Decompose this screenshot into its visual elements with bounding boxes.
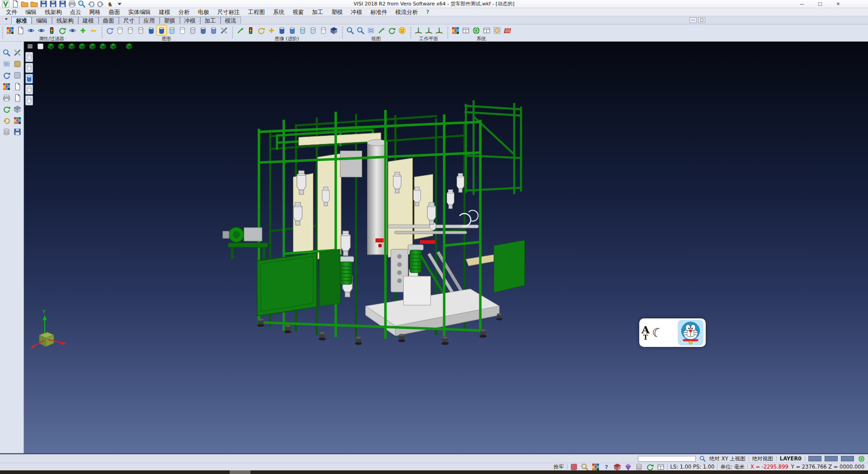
preview-icon[interactable] xyxy=(77,0,86,8)
add-render-icon[interactable] xyxy=(235,25,245,35)
layer-color-swatch-3[interactable] xyxy=(841,456,854,461)
filter-traffic-light-icon[interactable] xyxy=(47,25,57,35)
add-filter-icon[interactable] xyxy=(78,25,88,35)
graphics-layer-1-button[interactable] xyxy=(25,52,33,62)
menu-item-7[interactable]: 建模 xyxy=(155,8,175,16)
menu-item-18[interactable]: 模流分析 xyxy=(392,8,422,16)
search-icon[interactable] xyxy=(699,455,706,462)
color-edit-icon[interactable] xyxy=(592,464,599,470)
new-file-icon[interactable] xyxy=(10,0,19,8)
menu-item-13[interactable]: 视窗 xyxy=(288,8,308,16)
tab-dropdown-caret[interactable] xyxy=(1,14,11,24)
refresh-render-icon[interactable] xyxy=(256,25,266,35)
update-shading-icon[interactable] xyxy=(198,25,208,35)
curve-tool-icon[interactable] xyxy=(1,71,11,80)
tab-9[interactable]: 加工 xyxy=(200,17,221,24)
view-front-icon[interactable] xyxy=(57,43,66,50)
gem-snap-icon[interactable] xyxy=(624,464,632,470)
menu-item-2[interactable]: 线架构 xyxy=(41,8,66,16)
graphics-layer-2-button[interactable] xyxy=(25,63,33,73)
tab-10[interactable]: 模流 xyxy=(221,17,241,24)
toggle-visibility-icon[interactable] xyxy=(67,25,77,35)
toggle-render-icon[interactable] xyxy=(266,25,276,35)
workplane-align-icon[interactable] xyxy=(434,25,444,35)
zoom-model-icon[interactable] xyxy=(345,25,355,35)
layers-tool-icon[interactable] xyxy=(1,127,11,137)
render-striped-icon[interactable] xyxy=(287,25,297,35)
print-icon[interactable] xyxy=(67,0,76,8)
hide-remove-icon[interactable] xyxy=(36,25,46,35)
tab-5[interactable]: 尺寸 xyxy=(119,17,139,24)
undo-icon[interactable] xyxy=(86,0,95,8)
tab-3[interactable]: 建模 xyxy=(78,17,99,24)
render-cube-icon[interactable] xyxy=(329,25,339,35)
render-ghost-icon[interactable] xyxy=(318,25,328,35)
zoom-window-icon[interactable] xyxy=(366,25,376,35)
dynamic-shading-icon[interactable] xyxy=(208,25,218,35)
color-palette-icon[interactable] xyxy=(450,25,460,35)
menu-item-6[interactable]: 实体编辑 xyxy=(124,8,155,16)
menu-item-11[interactable]: 工程图 xyxy=(244,8,269,16)
workplane-axis-icon[interactable] xyxy=(413,25,423,35)
menu-item-5[interactable]: 曲面 xyxy=(105,8,124,16)
view-right-icon[interactable] xyxy=(67,43,76,50)
tab-1[interactable]: 编辑 xyxy=(32,17,52,24)
layer-stack-icon[interactable] xyxy=(635,464,643,470)
child-restore-button[interactable]: □ xyxy=(698,17,705,23)
sketch-tool-icon[interactable] xyxy=(12,59,22,69)
menu-item-10[interactable]: 尺寸标注 xyxy=(213,8,244,16)
outline-view-icon[interactable] xyxy=(177,25,187,35)
child-minimize-button[interactable]: — xyxy=(689,17,697,23)
wireframe-view-icon[interactable] xyxy=(115,25,125,35)
zoom-edit-icon[interactable] xyxy=(581,464,589,470)
view-left-icon[interactable] xyxy=(77,43,87,50)
shaded-mode-icon[interactable] xyxy=(36,43,45,50)
container-tool-icon[interactable] xyxy=(12,104,22,114)
view-iso-icon[interactable] xyxy=(108,43,118,50)
view-bottom-icon[interactable] xyxy=(98,43,108,50)
transparent-view-icon[interactable] xyxy=(167,25,177,35)
menu-item-19[interactable]: ? xyxy=(422,8,434,16)
status-search-input[interactable] xyxy=(638,456,696,462)
menu-item-17[interactable]: 标准件 xyxy=(366,8,392,16)
tab-8[interactable]: 冲模 xyxy=(180,17,200,24)
menu-item-1[interactable]: 编辑 xyxy=(21,8,41,16)
trim-tool-icon[interactable] xyxy=(12,48,22,57)
rotate-view-icon[interactable] xyxy=(646,464,654,470)
refresh-graphics-icon[interactable] xyxy=(104,25,114,35)
render-filter-icon[interactable] xyxy=(245,25,255,35)
redo-icon[interactable] xyxy=(96,0,105,8)
save-as-icon[interactable] xyxy=(48,0,57,8)
pencil-tool-icon[interactable] xyxy=(12,71,22,80)
menu-item-16[interactable]: 冲模 xyxy=(347,8,366,16)
refresh-visibility-icon[interactable] xyxy=(57,25,67,35)
show-add-icon[interactable] xyxy=(26,25,36,35)
menu-item-12[interactable]: 系统 xyxy=(269,8,288,16)
undo-part-icon[interactable] xyxy=(1,116,11,125)
copy-attributes-icon[interactable] xyxy=(15,25,25,35)
graphics-layer-5-button[interactable] xyxy=(25,95,33,105)
system-palette-icon[interactable] xyxy=(1,82,11,91)
insert-file-icon[interactable] xyxy=(29,0,38,8)
system-options-icon[interactable] xyxy=(471,25,481,35)
print-part-icon[interactable] xyxy=(1,93,11,103)
export-icon[interactable] xyxy=(58,0,67,8)
globe-icon[interactable] xyxy=(857,455,865,462)
fit-view-icon[interactable] xyxy=(1,48,11,57)
selection-filter-icon[interactable] xyxy=(492,25,502,35)
maximize-button[interactable]: □ xyxy=(811,0,829,8)
save-part-icon[interactable] xyxy=(12,127,22,137)
open-icon[interactable] xyxy=(20,0,29,8)
menu-item-9[interactable]: 电极 xyxy=(194,8,213,16)
refresh-part-icon[interactable] xyxy=(1,104,11,114)
shaded-eye-icon[interactable] xyxy=(397,25,407,35)
viewport-menu-icon[interactable] xyxy=(25,43,35,50)
status-doc-icon[interactable] xyxy=(570,464,578,470)
shading-options-icon[interactable] xyxy=(219,25,229,35)
refresh-view-icon[interactable] xyxy=(387,25,396,35)
render-check-icon[interactable] xyxy=(297,25,307,35)
snap-target-icon[interactable] xyxy=(613,464,621,470)
color-tool-icon[interactable] xyxy=(12,116,22,125)
shaded-edges-view-icon[interactable] xyxy=(156,25,166,35)
tab-6[interactable]: 应用 xyxy=(139,17,160,24)
